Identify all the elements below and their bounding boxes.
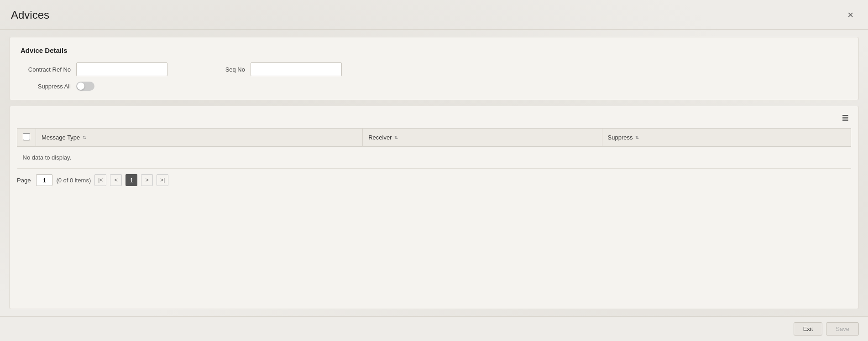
table-card: ≣ Message Type ⇅ — [9, 106, 859, 309]
current-page-display: 1 — [125, 174, 137, 186]
save-button[interactable]: Save — [826, 322, 859, 336]
last-page-button[interactable]: >| — [157, 174, 168, 186]
header: Advices × — [0, 0, 868, 30]
pagination: Page (0 of 0 items) |< < 1 > >| — [17, 174, 851, 186]
no-data-row: No data to display. — [17, 147, 851, 169]
contract-ref-label: Contract Ref No — [21, 66, 71, 73]
seq-no-field: Seq No — [195, 62, 342, 76]
table-header-row: Message Type ⇅ Receiver ⇅ — [17, 129, 851, 147]
seq-no-input[interactable] — [251, 62, 342, 76]
content-area: Advice Details Contract Ref No Seq No — [0, 30, 868, 316]
contract-ref-field: Contract Ref No — [21, 62, 167, 76]
data-table: Message Type ⇅ Receiver ⇅ — [17, 128, 851, 169]
select-all-checkbox[interactable] — [23, 133, 30, 140]
form-row-1: Contract Ref No Seq No — [21, 62, 847, 76]
seq-no-label: Seq No — [195, 66, 245, 73]
suppress-all-label: Suppress All — [21, 83, 71, 90]
table-menu-icon[interactable]: ≣ — [840, 112, 851, 124]
page-title: Advices — [11, 9, 49, 21]
page-info: (0 of 0 items) — [56, 177, 91, 184]
suppress-all-toggle[interactable] — [76, 82, 94, 91]
page-label: Page — [17, 177, 31, 184]
sort-icon-suppress: ⇅ — [635, 135, 639, 140]
page-number-input[interactable] — [36, 174, 52, 186]
table-toolbar: ≣ — [17, 112, 851, 124]
sort-icon-receiver: ⇅ — [394, 135, 398, 140]
advice-details-card: Advice Details Contract Ref No Seq No — [9, 37, 859, 100]
main-container: Advices × Advice Details Contract Ref No — [0, 0, 868, 341]
footer: Exit Save — [0, 316, 868, 341]
suppress-all-field: Suppress All — [21, 82, 94, 91]
header-suppress[interactable]: Suppress ⇅ — [602, 129, 851, 147]
contract-ref-input[interactable] — [76, 62, 167, 76]
close-button[interactable]: × — [844, 8, 857, 22]
header-message-type[interactable]: Message Type ⇅ — [36, 129, 363, 147]
page-wrapper: Advices × Advice Details Contract Ref No — [0, 0, 868, 341]
advice-details-title: Advice Details — [21, 46, 847, 54]
prev-page-button[interactable]: < — [110, 174, 122, 186]
no-data-text: No data to display. — [23, 154, 72, 161]
form-row-2: Suppress All — [21, 82, 847, 91]
header-receiver[interactable]: Receiver ⇅ — [363, 129, 602, 147]
header-checkbox-col — [17, 129, 36, 147]
exit-button[interactable]: Exit — [794, 322, 823, 336]
form-grid: Contract Ref No Seq No Suppress All — [21, 62, 847, 91]
first-page-button[interactable]: |< — [94, 174, 106, 186]
next-page-button[interactable]: > — [141, 174, 153, 186]
sort-icon-message-type: ⇅ — [83, 135, 86, 140]
